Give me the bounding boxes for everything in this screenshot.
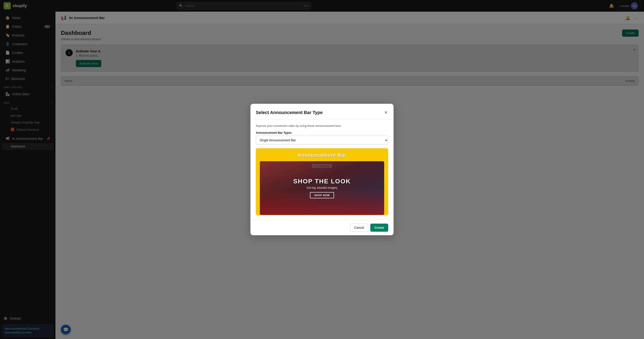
modal-header: Select Announcement Bar Type × [250,104,394,120]
bar-type-select[interactable]: Single Announcement Bar Rotating Announc… [256,136,388,145]
preview-shopnow-button[interactable]: SHOP NOW [310,192,334,198]
modal-close-button[interactable]: × [384,109,388,116]
preview-bar-text: Announcement Bar [256,148,388,161]
preview-area: Announcement Bar Free Shipping SHOP THE … [256,148,388,215]
modal-body: Improve your conversion rates by using t… [250,120,394,220]
modal-overlay: Select Announcement Bar Type × Improve y… [0,0,644,339]
modal-create-button[interactable]: Create [370,224,388,232]
bar-types-label: Announcement Bar Types [256,131,388,134]
preview-tagline-text: And big, beautiful imagery [306,186,338,190]
modal-footer: Cancel Create [250,220,394,235]
modal-cancel-button[interactable]: Cancel [350,224,368,232]
preview-shop-look-text: SHOP THE LOOK [293,178,350,185]
preview-image: Free Shipping SHOP THE LOOK And big, bea… [260,161,384,215]
announcement-type-modal: Select Announcement Bar Type × Improve y… [250,104,394,235]
modal-title: Select Announcement Bar Type [256,110,323,115]
modal-subtitle: Improve your conversion rates by using t… [256,124,388,128]
